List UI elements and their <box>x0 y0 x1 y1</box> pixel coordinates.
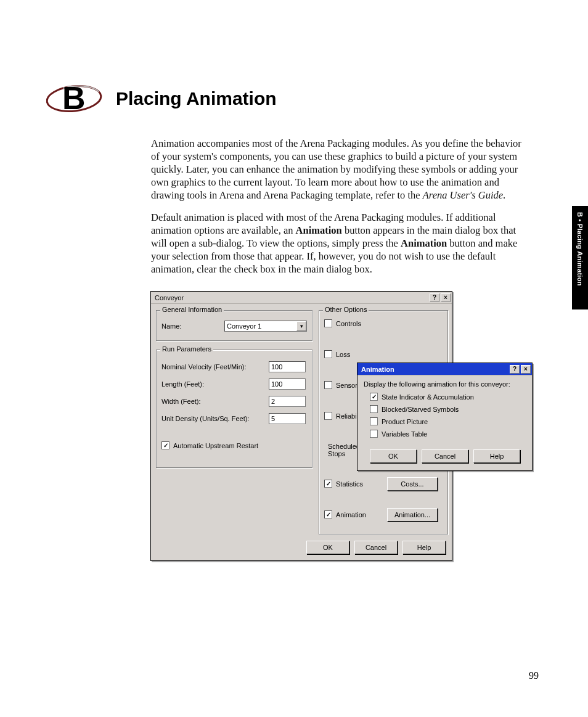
animation-button[interactable]: Animation... <box>387 508 438 522</box>
close-button[interactable]: × <box>441 293 451 302</box>
page-number: 99 <box>529 670 539 681</box>
label-width: Width (Feet): <box>161 398 265 405</box>
group-general-information: General Information Name: Conveyor 1 <box>156 310 312 341</box>
chapter-header: B Placing Animation <box>46 77 539 120</box>
input-unit-density[interactable]: 5 <box>269 413 306 424</box>
animation-intro-text: Display the following animation for this… <box>364 380 510 388</box>
checkbox-statistics[interactable]: ✓Statistics <box>324 480 363 488</box>
chapter-letter: B <box>62 80 86 117</box>
animation-dialog: Animation ? × Display the following anim… <box>357 363 533 471</box>
animation-titlebar: Animation ? × <box>357 363 532 375</box>
input-nominal-velocity[interactable]: 100 <box>269 361 306 372</box>
label-unit-density: Unit Density (Units/Sq. Feet): <box>161 415 265 422</box>
label-nominal-velocity: Nominal Velocity (Feet/Min): <box>161 363 265 371</box>
group-legend-general: General Information <box>160 306 224 313</box>
chevron-down-icon[interactable] <box>296 321 306 331</box>
label-length: Length (Feet): <box>161 380 265 388</box>
checkbox-auto-upstream-restart[interactable]: ✓ Automatic Upstream Restart <box>161 441 258 449</box>
conveyor-dialog-title: Conveyor <box>155 294 184 301</box>
group-legend-other: Other Options <box>323 306 369 313</box>
label-name: Name: <box>161 322 221 330</box>
cancel-button[interactable]: Cancel <box>354 541 398 554</box>
checkbox-sensors[interactable]: Sensors <box>324 381 361 389</box>
checkbox-icon: ✓ <box>161 441 169 449</box>
checkbox-state-indicator[interactable]: ✓State Indicator & Accumulation <box>370 393 474 401</box>
checkbox-scheduled-stops[interactable]: Scheduled Stops <box>324 443 360 457</box>
field-name: Name: Conveyor 1 <box>161 321 307 332</box>
body-copy: Animation accompanies most of the Arena … <box>151 137 527 284</box>
costs-button[interactable]: Costs... <box>387 477 438 491</box>
checkbox-animation[interactable]: ✓Animation <box>324 510 366 518</box>
help-button[interactable]: ? <box>510 365 520 374</box>
paragraph-1: Animation accompanies most of the Arena … <box>151 137 527 202</box>
checkbox-blocked-starved[interactable]: Blocked/Starved Symbols <box>370 405 459 413</box>
side-thumb-index: B • Placing Animation <box>572 206 588 309</box>
close-button[interactable]: × <box>521 365 531 374</box>
help-button-bottom[interactable]: Help <box>402 541 446 554</box>
conveyor-titlebar: Conveyor ? × <box>151 292 452 304</box>
input-name[interactable]: Conveyor 1 <box>224 321 307 332</box>
input-width[interactable]: 2 <box>269 396 306 407</box>
chapter-logo: B <box>46 77 105 120</box>
ok-button[interactable]: OK <box>370 449 417 463</box>
input-length[interactable]: 100 <box>269 379 306 390</box>
group-legend-run: Run Parameters <box>160 345 213 353</box>
dialog-screenshot: Conveyor ? × General Information Name: C… <box>150 291 540 565</box>
animation-dialog-title: Animation <box>361 366 394 373</box>
checkbox-loss[interactable]: Loss <box>324 350 350 358</box>
checkbox-product-picture[interactable]: Product Picture <box>370 417 428 425</box>
checkbox-controls[interactable]: Controls <box>324 319 361 327</box>
paragraph-2: Default animation is placed with most of… <box>151 211 527 276</box>
group-run-parameters: Run Parameters Nominal Velocity (Feet/Mi… <box>156 350 312 468</box>
cancel-button[interactable]: Cancel <box>422 449 468 463</box>
help-button[interactable]: Help <box>473 449 520 463</box>
ok-button[interactable]: OK <box>306 541 349 554</box>
checkbox-variables-table[interactable]: Variables Table <box>370 430 427 438</box>
help-button[interactable]: ? <box>430 293 439 302</box>
page-title: Placing Animation <box>116 88 277 109</box>
